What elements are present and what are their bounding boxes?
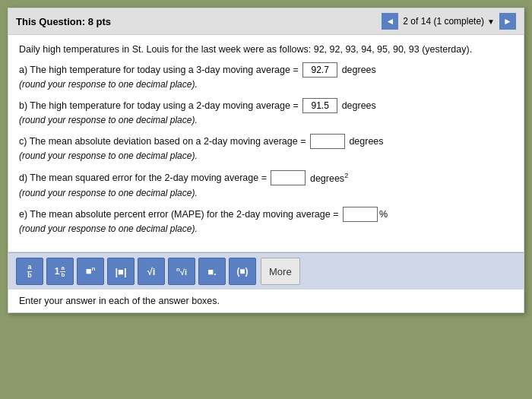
q-c-label: c) The mean absolute deviation based on … bbox=[19, 134, 309, 149]
paren-icon: (■) bbox=[236, 266, 248, 277]
decimal-button[interactable]: ■. bbox=[198, 258, 226, 285]
question-a: a) The high temperature for today using … bbox=[19, 62, 513, 92]
quiz-container: This Question: 8 pts ◄ 2 of 14 (1 comple… bbox=[8, 8, 524, 313]
q-a-note: (round your response to one decimal plac… bbox=[19, 78, 198, 92]
sqrt-icon: √i bbox=[147, 266, 156, 277]
fraction-button[interactable]: a b bbox=[16, 258, 43, 285]
content-area: Daily high temperatures in St. Louis for… bbox=[8, 35, 524, 252]
question-e: e) The mean absolute percent error (MAPE… bbox=[19, 207, 513, 236]
superscript-2: 2 bbox=[344, 172, 348, 179]
q-d-label: d) The mean squared error for the 2-day … bbox=[19, 170, 269, 185]
answer-d-input[interactable] bbox=[271, 170, 306, 185]
q-b-note: (round your response to one decimal plac… bbox=[19, 113, 198, 128]
q-c-note: (round your response to one decimal plac… bbox=[19, 149, 198, 163]
q-e-unit: % bbox=[379, 207, 391, 222]
dropdown-arrow-icon[interactable]: ▼ bbox=[487, 17, 495, 26]
q-e-note: (round your response to one decimal plac… bbox=[19, 222, 198, 236]
question-c: c) The mean absolute deviation based on … bbox=[19, 134, 513, 163]
sqrt-button[interactable]: √i bbox=[138, 258, 165, 285]
decimal-icon: ■. bbox=[207, 266, 216, 277]
q-b-unit: degrees bbox=[339, 98, 378, 113]
q-d-unit: degrees2 bbox=[307, 170, 350, 186]
nth-root-icon: n√i bbox=[176, 266, 187, 277]
q-c-unit: degrees bbox=[347, 134, 386, 149]
q-b-label: b) The high temperature for today using … bbox=[19, 98, 301, 113]
more-button[interactable]: More bbox=[261, 258, 300, 285]
question-b: b) The high temperature for today using … bbox=[19, 98, 513, 128]
prev-button[interactable]: ◄ bbox=[382, 13, 398, 30]
nth-root-button[interactable]: n√i bbox=[168, 258, 195, 285]
fraction-icon: a b bbox=[27, 264, 32, 279]
exponent-button[interactable]: ■n bbox=[77, 258, 104, 285]
exponent-icon: ■n bbox=[86, 265, 96, 277]
absolute-value-icon: |■| bbox=[115, 266, 126, 277]
next-button[interactable]: ► bbox=[499, 13, 516, 30]
q-e-label: e) The mean absolute percent error (MAPE… bbox=[19, 207, 341, 222]
q-a-unit: degrees bbox=[339, 62, 378, 78]
footer-instruction: Enter your answer in each of the answer … bbox=[19, 296, 220, 306]
question-points: 8 pts bbox=[88, 16, 111, 27]
nav-counter: 2 of 14 (1 complete) ▼ bbox=[403, 16, 495, 27]
question-d: d) The mean squared error for the 2-day … bbox=[19, 170, 513, 201]
header-bar: This Question: 8 pts ◄ 2 of 14 (1 comple… bbox=[8, 8, 524, 35]
question-label: This Question: bbox=[16, 16, 85, 27]
footer-text: Enter your answer in each of the answer … bbox=[8, 290, 524, 312]
paren-button[interactable]: (■) bbox=[229, 258, 256, 285]
answer-e-input[interactable] bbox=[343, 207, 378, 222]
question-info: This Question: 8 pts bbox=[16, 16, 111, 27]
answer-a-input[interactable] bbox=[302, 62, 337, 78]
navigation: ◄ 2 of 14 (1 complete) ▼ ► bbox=[382, 13, 516, 30]
intro-text: Daily high temperatures in St. Louis for… bbox=[19, 44, 513, 55]
math-toolbar: a b 1 a b ■n |■| √i n√i bbox=[8, 252, 524, 290]
q-d-note: (round your response to one decimal plac… bbox=[19, 186, 198, 201]
answer-b-input[interactable] bbox=[302, 98, 337, 113]
mixed-fraction-icon: 1 a b bbox=[55, 265, 66, 278]
mixed-fraction-button[interactable]: 1 a b bbox=[46, 258, 74, 285]
q-a-label: a) The high temperature for today using … bbox=[19, 62, 301, 78]
absolute-value-button[interactable]: |■| bbox=[107, 258, 135, 285]
answer-c-input[interactable] bbox=[310, 134, 345, 149]
